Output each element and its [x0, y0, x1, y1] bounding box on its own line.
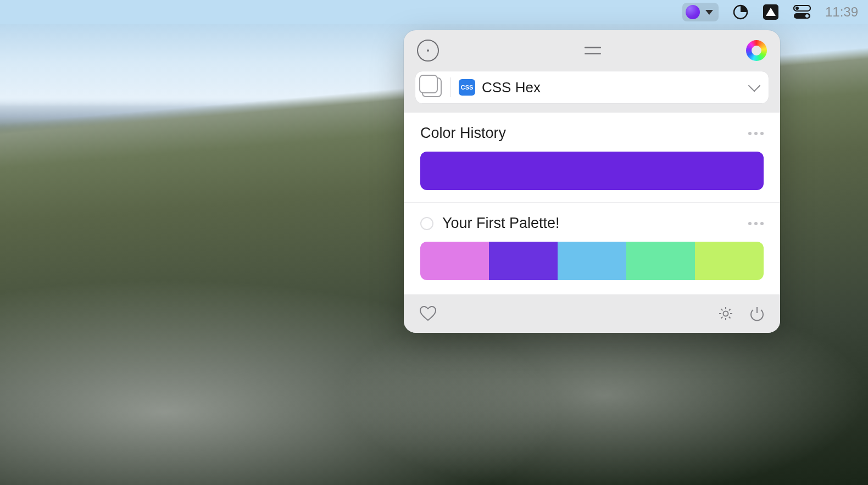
divider: [404, 202, 780, 203]
chevron-down-icon[interactable]: [748, 80, 761, 92]
palette-header: Your First Palette!: [420, 215, 764, 232]
palette-row: [420, 242, 764, 280]
power-button[interactable]: [749, 305, 765, 322]
svg-point-5: [805, 14, 809, 18]
palette-swatch[interactable]: [558, 242, 626, 280]
panel-footer: [404, 294, 780, 333]
menubar-clock[interactable]: 11:39: [825, 0, 858, 24]
css-badge-icon: CSS: [459, 79, 475, 96]
current-color-icon: [686, 5, 700, 19]
color-wheel-button[interactable]: [746, 40, 767, 61]
color-picker-panel: CSS CSS Hex Color History Your First Pal…: [404, 30, 780, 333]
menubar-pie-icon[interactable]: [733, 0, 748, 24]
history-title: Color History: [420, 125, 506, 142]
triangle-app-icon: [763, 4, 779, 20]
palette-swatch[interactable]: [489, 242, 558, 280]
palette-swatch[interactable]: [420, 242, 489, 280]
menu-button[interactable]: [585, 47, 601, 54]
dots-icon: [748, 132, 752, 135]
dots-icon: [748, 222, 752, 225]
palette-indicator-icon: [420, 217, 433, 230]
menubar-color-picker[interactable]: [682, 0, 719, 24]
eyedropper-icon: [427, 49, 429, 52]
format-selector[interactable]: CSS CSS Hex: [415, 71, 769, 104]
palette-swatch[interactable]: [626, 242, 695, 280]
divider: [450, 77, 451, 97]
copy-icon[interactable]: [422, 77, 442, 97]
power-icon: [751, 307, 763, 320]
heart-icon: [420, 306, 436, 320]
history-header: Color History: [420, 125, 764, 142]
history-row: [420, 152, 764, 190]
palette-more-button[interactable]: [748, 222, 764, 225]
gear-icon: [719, 307, 732, 320]
menubar-control-center[interactable]: [793, 0, 811, 24]
format-row: CSS CSS Hex: [404, 71, 780, 113]
svg-point-3: [795, 7, 799, 10]
palette-title: Your First Palette!: [442, 215, 560, 232]
pie-icon: [733, 4, 748, 20]
panel-header: [404, 30, 780, 71]
menubar: 11:39: [0, 0, 868, 24]
svg-point-6: [724, 311, 728, 316]
format-label: CSS Hex: [482, 79, 750, 96]
history-more-button[interactable]: [748, 132, 764, 135]
settings-button[interactable]: [717, 305, 734, 322]
hamburger-icon: [585, 47, 601, 48]
eyedropper-button[interactable]: [417, 40, 439, 62]
chevron-down-icon: [705, 10, 713, 15]
toggles-icon: [793, 5, 811, 19]
palette-swatch[interactable]: [695, 242, 764, 280]
panel-body: Color History Your First Palette!: [404, 113, 780, 294]
menubar-drive-icon[interactable]: [763, 0, 779, 24]
favorite-button[interactable]: [419, 305, 437, 322]
history-swatch[interactable]: [420, 152, 764, 190]
